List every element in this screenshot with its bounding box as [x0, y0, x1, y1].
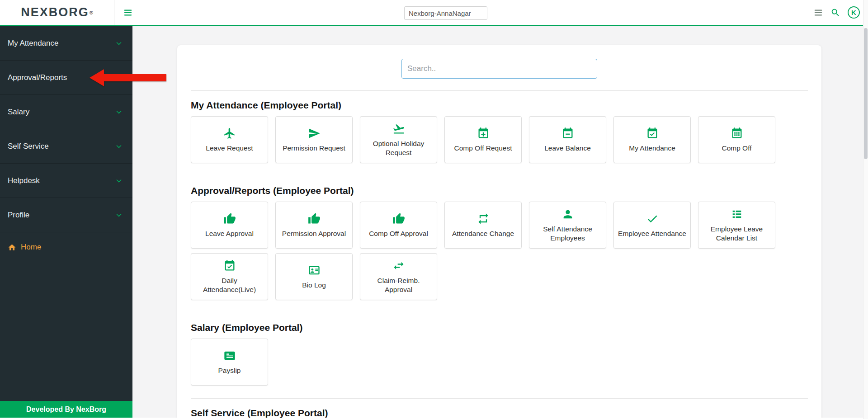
section-title: Salary (Employee Portal)	[191, 322, 808, 333]
menu-card-leave-approval[interactable]: Leave Approval	[191, 202, 268, 249]
user-icon	[561, 208, 574, 221]
section-divider	[191, 176, 808, 176]
menu-card-label: Attendance Change	[452, 229, 514, 238]
home-icon	[8, 243, 16, 252]
menu-panel: My Attendance (Employee Portal)Leave Req…	[177, 45, 821, 418]
thumbs-up-icon	[308, 212, 321, 225]
menu-card-label: Payslip	[218, 366, 241, 375]
check-icon	[646, 212, 659, 225]
sidebar-item-helpdesk[interactable]: Helpdesk	[0, 164, 132, 198]
chevron-down-icon	[114, 211, 123, 220]
menu-card-label: Daily Attendance(Live)	[195, 276, 264, 294]
thumbs-up-icon	[392, 212, 405, 225]
menu-card-permission-approval[interactable]: Permission Approval	[275, 202, 353, 249]
menu-card-label: Bio Log	[302, 281, 326, 289]
sidebar-item-self-service[interactable]: Self Service	[0, 129, 132, 164]
logo-registered-mark: ®	[90, 10, 93, 15]
rocket-icon	[392, 122, 405, 135]
sidebar-item-label: Salary	[8, 108, 110, 117]
calendar-minus-icon	[561, 127, 574, 140]
menu-card-label: Self Attendance Employees	[533, 225, 602, 242]
section-divider	[191, 398, 808, 399]
section-divider	[191, 90, 808, 91]
menu-card-label: Leave Balance	[544, 144, 591, 152]
logo-text: NEXBORG	[21, 5, 89, 19]
newspaper-icon	[223, 349, 236, 362]
menu-card-label: Optional Holiday Request	[364, 139, 433, 157]
sidebar-item-label: My Attendance	[8, 39, 110, 48]
menu-card-label: Leave Approval	[205, 229, 254, 238]
sidebar-item-label: Home	[21, 243, 123, 252]
menu-lines-icon[interactable]	[813, 8, 823, 18]
menu-card-leave-balance[interactable]: Leave Balance	[529, 116, 606, 163]
list-icon	[731, 208, 743, 221]
app: NEXBORG® K My AttendanceApproval/Reports…	[0, 0, 868, 418]
card-grid: Leave RequestPermission RequestOptional …	[191, 116, 808, 163]
main-content: My Attendance (Employee Portal)Leave Req…	[132, 26, 868, 418]
section-title: Approval/Reports (Employee Portal)	[191, 185, 808, 196]
repeat-icon	[477, 212, 490, 225]
menu-card-label: Leave Request	[206, 144, 253, 152]
sidebar-item-home[interactable]: Home	[0, 232, 132, 262]
menu-card-comp-off-request[interactable]: Comp Off Request	[444, 116, 522, 163]
menu-card-optional-holiday-request[interactable]: Optional Holiday Request	[360, 116, 437, 163]
chevron-down-icon	[114, 142, 123, 151]
menu-card-self-attendance-employees[interactable]: Self Attendance Employees	[529, 202, 606, 249]
avatar[interactable]: K	[848, 6, 860, 19]
sidebar-item-salary[interactable]: Salary	[0, 95, 132, 129]
menu-card-daily-attendance-live[interactable]: Daily Attendance(Live)	[191, 253, 268, 300]
branch-selector-input[interactable]	[404, 6, 487, 20]
search-icon[interactable]	[830, 8, 840, 18]
menu-card-comp-off-approval[interactable]: Comp Off Approval	[360, 202, 437, 249]
menu-card-employee-attendance[interactable]: Employee Attendance	[613, 202, 691, 249]
menu-card-label: Comp Off	[722, 144, 751, 152]
calendar-check-icon	[223, 259, 236, 272]
card-grid: Payslip	[191, 339, 808, 386]
sidebar-toggle-icon[interactable]	[123, 8, 133, 18]
header-actions: K	[813, 0, 860, 25]
annotation-arrow-icon	[90, 68, 166, 88]
menu-card-label: Claim-Reimb. Approval	[364, 276, 433, 294]
scrollbar-thumb[interactable]	[864, 28, 868, 159]
calendar-icon	[731, 127, 743, 140]
menu-card-leave-request[interactable]: Leave Request	[191, 116, 268, 163]
paper-plane-icon	[308, 127, 321, 140]
card-grid: Leave ApprovalPermission ApprovalComp Of…	[191, 202, 808, 300]
thumbs-up-icon	[223, 212, 236, 225]
sidebar-footer: Developed By NexBorg	[0, 401, 132, 418]
chevron-down-icon	[114, 108, 123, 117]
menu-card-label: Permission Request	[283, 144, 345, 152]
page-scrollbar[interactable]	[863, 0, 868, 419]
menu-card-bio-log[interactable]: Bio Log	[275, 253, 353, 300]
menu-card-label: Comp Off Approval	[369, 229, 428, 238]
sidebar-item-label: Self Service	[8, 142, 110, 151]
menu-card-label: Permission Approval	[282, 229, 346, 238]
menu-card-payslip[interactable]: Payslip	[191, 339, 268, 386]
section-title: Self Service (Employee Portal)	[191, 408, 808, 418]
sections: My Attendance (Employee Portal)Leave Req…	[191, 90, 808, 418]
sidebar-item-profile[interactable]: Profile	[0, 198, 132, 232]
menu-card-my-attendance[interactable]: My Attendance	[613, 116, 691, 163]
calendar-check-icon	[646, 127, 659, 140]
search-input[interactable]	[401, 59, 597, 79]
sidebar-item-label: Helpdesk	[8, 176, 110, 185]
sidebar-menu: My AttendanceApproval/ReportsSalarySelf …	[0, 26, 132, 262]
swap-icon	[392, 259, 405, 272]
section-title: My Attendance (Employee Portal)	[191, 100, 808, 111]
chevron-down-icon	[114, 176, 123, 185]
menu-card-label: My Attendance	[629, 144, 675, 152]
logo[interactable]: NEXBORG®	[0, 0, 114, 25]
plane-icon	[223, 127, 236, 140]
menu-card-attendance-change[interactable]: Attendance Change	[444, 202, 522, 249]
search-wrap	[191, 59, 808, 79]
sidebar-item-my-attendance[interactable]: My Attendance	[0, 26, 132, 61]
menu-card-claim-reimb-approval[interactable]: Claim-Reimb. Approval	[360, 253, 437, 300]
header: NEXBORG® K	[0, 0, 868, 26]
id-card-icon	[308, 264, 321, 277]
chevron-down-icon	[114, 39, 123, 48]
menu-card-comp-off[interactable]: Comp Off	[698, 116, 775, 163]
menu-card-permission-request[interactable]: Permission Request	[275, 116, 353, 163]
section-divider	[191, 313, 808, 313]
menu-card-employee-leave-calendar-list[interactable]: Employee Leave Calendar List	[698, 202, 775, 249]
menu-card-label: Employee Leave Calendar List	[702, 225, 771, 242]
